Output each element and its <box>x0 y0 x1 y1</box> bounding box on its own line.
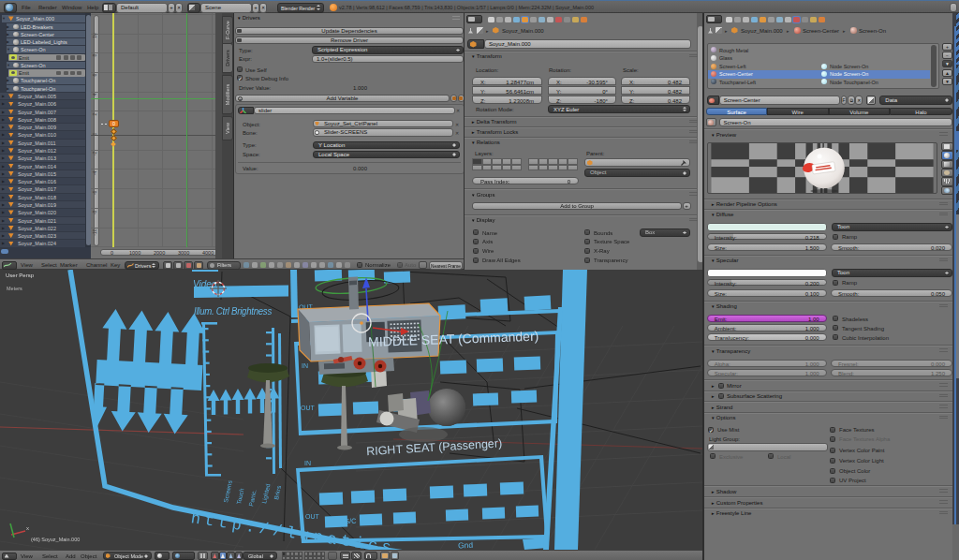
svg-text:S/C: S/C <box>345 517 358 526</box>
svg-text:Touch: Touch <box>235 487 245 505</box>
svg-text:Gnd: Gnd <box>458 540 474 550</box>
svg-text:Illum. Ctrl Brightness: Illum. Ctrl Brightness <box>194 306 272 317</box>
svg-text:OUT: OUT <box>301 405 316 411</box>
svg-text:IN: IN <box>304 460 311 466</box>
svg-text:Screens: Screens <box>222 479 233 504</box>
svg-text:OUT: OUT <box>305 513 320 520</box>
svg-text:x: x <box>26 525 29 531</box>
svg-text:IN: IN <box>302 362 308 369</box>
svg-text:RIGHT SEAT (Passenger): RIGHT SEAT (Passenger) <box>366 436 503 458</box>
svg-text:Lighted: Lighted <box>260 483 272 505</box>
svg-text:Panic.: Panic. <box>247 489 258 507</box>
svg-text:Brkrs: Brkrs <box>273 484 282 500</box>
